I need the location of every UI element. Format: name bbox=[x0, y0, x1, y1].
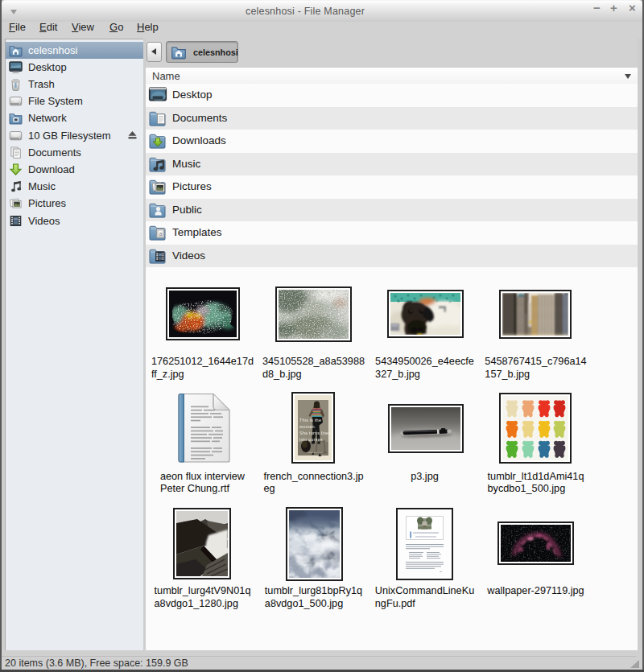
svg-text:into curves.: into curves. bbox=[299, 437, 324, 442]
svg-text:woman.: woman. bbox=[299, 424, 316, 429]
svg-text:a: a bbox=[159, 231, 162, 237]
svg-text:This is the: This is the bbox=[299, 418, 321, 423]
svg-text:She turns lines: She turns lines bbox=[299, 431, 331, 435]
